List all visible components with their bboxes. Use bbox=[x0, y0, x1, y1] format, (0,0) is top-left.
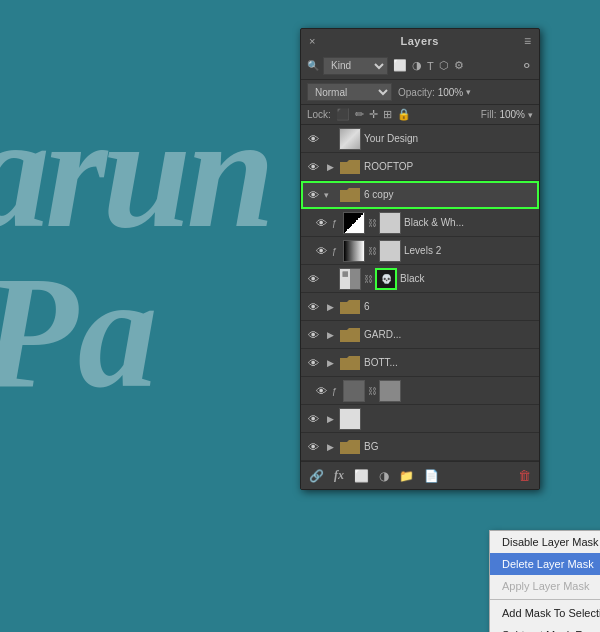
layer-name[interactable]: ROOFTOP bbox=[364, 161, 535, 172]
ctx-subtract-mask-selection[interactable]: Subtract Mask From Selection bbox=[490, 624, 600, 632]
bg-text-top: arun bbox=[0, 80, 270, 265]
layer-row[interactable]: 👁 ▶ 6 bbox=[301, 293, 539, 321]
panel-toolbar: 🔗 fx ⬜ ◑ 📁 📄 🗑 bbox=[301, 461, 539, 489]
filter-row: 🔍 Kind ⬜ ◑ T ⬡ ⚙ ⚬ bbox=[301, 52, 539, 80]
layer-row[interactable]: 👁 ƒ ⛓ Levels 2 bbox=[301, 237, 539, 265]
expand-icon[interactable]: ▾ bbox=[324, 190, 336, 200]
fx-button[interactable]: fx bbox=[332, 466, 346, 485]
layer-row[interactable]: 👁 ▶ GARD... bbox=[301, 321, 539, 349]
opacity-row: Opacity: 100% ▾ bbox=[398, 87, 471, 98]
layer-name[interactable]: Your Design bbox=[364, 133, 535, 144]
opacity-arrow[interactable]: ▾ bbox=[466, 87, 471, 97]
delete-layer-button[interactable]: 🗑 bbox=[516, 466, 533, 485]
fill-value[interactable]: 100% bbox=[499, 109, 525, 120]
visibility-icon[interactable]: 👁 bbox=[305, 273, 321, 285]
visibility-icon[interactable]: 👁 bbox=[305, 441, 321, 453]
fill-arrow[interactable]: ▾ bbox=[528, 110, 533, 120]
new-layer-button[interactable]: 📄 bbox=[422, 467, 441, 485]
visibility-icon[interactable]: 👁 bbox=[305, 189, 321, 201]
lock-all-icon[interactable]: 🔒 bbox=[397, 108, 411, 121]
ctx-disable-layer-mask[interactable]: Disable Layer Mask bbox=[490, 531, 600, 553]
mask-thumbnail bbox=[379, 212, 401, 234]
ctx-add-mask-selection[interactable]: Add Mask To Selection bbox=[490, 602, 600, 624]
layers-panel: × Layers ≡ 🔍 Kind ⬜ ◑ T ⬡ ⚙ ⚬ Normal Opa… bbox=[300, 28, 540, 490]
layers-list: 👁 Your Design 👁 ▶ ROOFTOP 👁 ▾ 6 copy bbox=[301, 125, 539, 461]
add-mask-button[interactable]: ⬜ bbox=[352, 467, 371, 485]
fx-indicator: ƒ bbox=[332, 386, 340, 396]
layer-row-masked[interactable]: 👁 ▦ ⛓ 💀 Black bbox=[301, 265, 539, 293]
adjustment-button[interactable]: ◑ bbox=[377, 467, 391, 485]
link-layers-button[interactable]: 🔗 bbox=[307, 467, 326, 485]
folder-thumbnail bbox=[339, 352, 361, 374]
expand-icon[interactable]: ▶ bbox=[324, 302, 336, 312]
chain-icon: ⛓ bbox=[368, 218, 376, 228]
expand-icon[interactable]: ▶ bbox=[324, 162, 336, 172]
visibility-icon[interactable]: 👁 bbox=[305, 133, 321, 145]
skull-icon: 💀 bbox=[381, 274, 392, 284]
layer-thumbnail bbox=[343, 240, 365, 262]
folder-thumbnail bbox=[339, 436, 361, 458]
layer-row[interactable]: 👁 ▶ ROOFTOP bbox=[301, 153, 539, 181]
filter-smart-icon[interactable]: ⚙ bbox=[453, 58, 465, 73]
new-folder-button[interactable]: 📁 bbox=[397, 467, 416, 485]
filter-icons: ⬜ ◑ T ⬡ ⚙ bbox=[392, 58, 465, 73]
panel-header: × Layers ≡ bbox=[301, 29, 539, 52]
filter-shape-icon[interactable]: ⬡ bbox=[438, 58, 450, 73]
panel-menu-icon[interactable]: ≡ bbox=[524, 34, 531, 48]
lock-label: Lock: bbox=[307, 109, 331, 120]
filter-adjust-icon[interactable]: ◑ bbox=[411, 58, 423, 73]
chain-icon: ⛓ bbox=[368, 246, 376, 256]
layer-name[interactable]: Levels 2 bbox=[404, 245, 535, 256]
layer-row[interactable]: 👁 ▶ BG bbox=[301, 433, 539, 461]
panel-title: Layers bbox=[400, 35, 438, 47]
layer-name[interactable]: 6 bbox=[364, 301, 535, 312]
kind-select[interactable]: Kind bbox=[323, 57, 388, 75]
visibility-icon[interactable]: 👁 bbox=[305, 329, 321, 341]
lock-transparency-icon[interactable]: ⬛ bbox=[336, 108, 350, 121]
fx-indicator: ƒ bbox=[332, 246, 340, 256]
visibility-icon[interactable]: 👁 bbox=[313, 217, 329, 229]
opacity-value[interactable]: 100% bbox=[438, 87, 464, 98]
ctx-delete-layer-mask[interactable]: Delete Layer Mask bbox=[490, 553, 600, 575]
visibility-icon[interactable]: 👁 bbox=[313, 245, 329, 257]
visibility-icon[interactable]: 👁 bbox=[313, 385, 329, 397]
mask-thumbnail bbox=[379, 380, 401, 402]
chain-icon: ⛓ bbox=[364, 274, 372, 284]
folder-thumbnail bbox=[339, 156, 361, 178]
visibility-icon[interactable]: 👁 bbox=[305, 301, 321, 313]
layer-thumbnail bbox=[339, 128, 361, 150]
layer-thumbnail bbox=[339, 408, 361, 430]
layer-name[interactable]: BOTT... bbox=[364, 357, 535, 368]
visibility-icon[interactable]: 👁 bbox=[305, 357, 321, 369]
filter-toggle[interactable]: ⚬ bbox=[520, 56, 533, 75]
layer-name[interactable]: 6 copy bbox=[364, 189, 535, 200]
layer-row[interactable]: 👁 ▶ bbox=[301, 405, 539, 433]
layer-row[interactable]: 👁 ƒ ⛓ bbox=[301, 377, 539, 405]
expand-icon[interactable]: ▶ bbox=[324, 414, 336, 424]
layer-name[interactable]: Black & Wh... bbox=[404, 217, 535, 228]
masked-layer-container: 👁 ▦ ⛓ 💀 Black bbox=[301, 265, 539, 293]
layer-row[interactable]: 👁 Your Design bbox=[301, 125, 539, 153]
filter-pixel-icon[interactable]: ⬜ bbox=[392, 58, 408, 73]
folder-thumbnail bbox=[339, 296, 361, 318]
layer-row[interactable]: 👁 ▶ BOTT... bbox=[301, 349, 539, 377]
layer-thumbnail bbox=[343, 212, 365, 234]
filter-type-icon[interactable]: T bbox=[426, 59, 435, 73]
black-mask-thumbnail: 💀 bbox=[375, 268, 397, 290]
expand-icon[interactable]: ▶ bbox=[324, 442, 336, 452]
layer-name[interactable]: Black bbox=[400, 273, 535, 284]
layer-name[interactable]: GARD... bbox=[364, 329, 535, 340]
folder-thumbnail bbox=[339, 184, 361, 206]
layer-name[interactable]: BG bbox=[364, 441, 535, 452]
lock-artboard-icon[interactable]: ⊞ bbox=[383, 108, 392, 121]
lock-position-icon[interactable]: ✛ bbox=[369, 108, 378, 121]
panel-close-icon[interactable]: × bbox=[309, 35, 315, 47]
expand-icon[interactable]: ▶ bbox=[324, 358, 336, 368]
layer-row[interactable]: 👁 ƒ ⛓ Black & Wh... bbox=[301, 209, 539, 237]
blend-mode-select[interactable]: Normal bbox=[307, 83, 392, 101]
lock-paint-icon[interactable]: ✏ bbox=[355, 108, 364, 121]
visibility-icon[interactable]: 👁 bbox=[305, 161, 321, 173]
layer-row-highlighted[interactable]: 👁 ▾ 6 copy bbox=[301, 181, 539, 209]
visibility-icon[interactable]: 👁 bbox=[305, 413, 321, 425]
expand-icon[interactable]: ▶ bbox=[324, 330, 336, 340]
